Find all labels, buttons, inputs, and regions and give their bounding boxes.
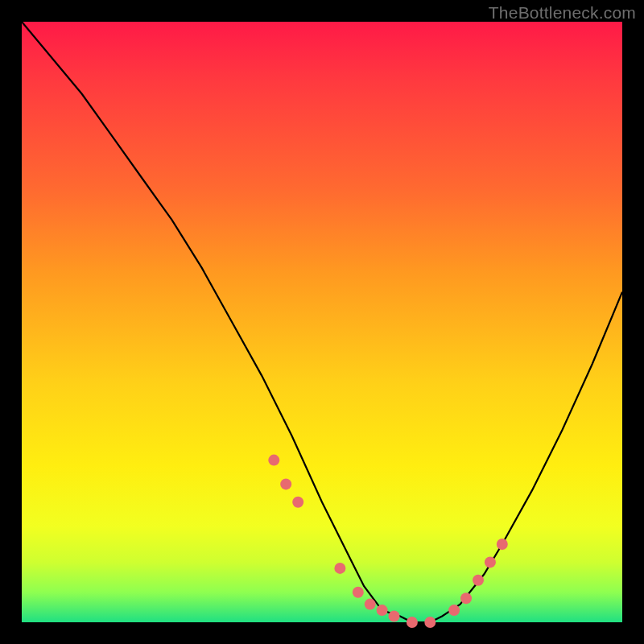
highlight-dot — [407, 617, 418, 628]
highlight-dot — [292, 497, 303, 508]
highlight-dot — [334, 563, 345, 574]
highlight-dot — [485, 556, 496, 568]
chart-frame: TheBottleneck.com — [0, 0, 644, 644]
highlight-dot — [353, 587, 364, 598]
bottleneck-curve — [22, 22, 622, 622]
highlight-dot — [377, 605, 388, 616]
highlight-dot — [268, 455, 279, 466]
highlight-dot — [280, 478, 291, 489]
watermark-text: TheBottleneck.com — [489, 3, 636, 23]
highlight-dot — [497, 539, 508, 550]
chart-svg — [22, 22, 622, 622]
highlight-dot — [448, 605, 460, 616]
highlight-dot — [460, 592, 472, 604]
highlight-dot — [473, 575, 484, 586]
highlight-dot — [424, 617, 436, 628]
highlight-dots-group — [268, 455, 508, 628]
highlight-dot — [365, 599, 376, 610]
highlight-dot — [389, 611, 400, 622]
plot-area — [22, 22, 622, 622]
